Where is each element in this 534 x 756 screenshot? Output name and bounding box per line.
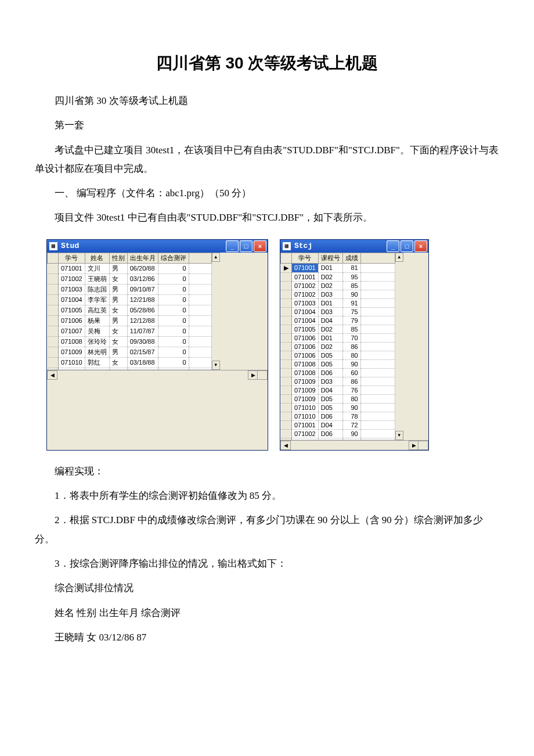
cell[interactable]: 75: [342, 307, 360, 316]
cell[interactable]: 03/18/88: [127, 357, 158, 368]
cell[interactable]: D03: [318, 290, 342, 298]
cell[interactable]: D06: [318, 412, 342, 420]
cell[interactable]: 0: [158, 347, 189, 357]
cell[interactable]: [360, 272, 395, 281]
column-header[interactable]: 学号: [59, 253, 85, 263]
cell[interactable]: 071009: [59, 347, 85, 357]
cell[interactable]: [360, 394, 395, 403]
maximize-button[interactable]: □: [400, 240, 413, 252]
cell[interactable]: [281, 325, 292, 333]
table-row[interactable]: 071004D0479: [281, 316, 395, 325]
cell[interactable]: [281, 359, 292, 368]
cell[interactable]: 0: [158, 326, 189, 336]
cell[interactable]: D05: [318, 403, 342, 412]
cell[interactable]: 男: [109, 294, 127, 305]
cell[interactable]: [281, 377, 292, 386]
cell[interactable]: [189, 357, 211, 368]
cell[interactable]: D02: [318, 342, 342, 351]
cell[interactable]: D01: [318, 333, 342, 342]
cell[interactable]: 071001: [59, 263, 85, 273]
cell[interactable]: D05: [318, 359, 342, 368]
cell[interactable]: 071001: [292, 420, 319, 429]
table-row[interactable]: 071009D0386: [281, 377, 395, 386]
column-header[interactable]: [48, 253, 59, 263]
cell[interactable]: 071007: [59, 326, 85, 336]
cell[interactable]: [189, 315, 211, 326]
cell[interactable]: 071008: [292, 368, 319, 377]
horizontal-scrollbar[interactable]: ◀ ▶: [280, 440, 428, 450]
cell[interactable]: 陈志国: [85, 284, 109, 294]
scroll-up-icon[interactable]: ▲: [212, 253, 220, 262]
cell[interactable]: [48, 305, 59, 315]
scroll-down-icon[interactable]: ▼: [212, 361, 220, 370]
cell[interactable]: [48, 357, 59, 368]
cell[interactable]: [281, 403, 292, 412]
cell[interactable]: D05: [318, 394, 342, 403]
cell[interactable]: [189, 326, 211, 336]
cell[interactable]: ▶: [281, 263, 292, 272]
cell[interactable]: [360, 281, 395, 290]
cell[interactable]: [360, 325, 395, 333]
cell[interactable]: [281, 368, 292, 377]
cell[interactable]: [281, 342, 292, 351]
cell[interactable]: 071004: [59, 294, 85, 305]
cell[interactable]: 071009: [292, 386, 319, 394]
table-row[interactable]: 071006D0170: [281, 333, 395, 342]
cell[interactable]: 79: [342, 316, 360, 325]
cell[interactable]: 11/07/87: [127, 326, 158, 336]
cell[interactable]: [189, 294, 211, 305]
cell[interactable]: 72: [342, 420, 360, 429]
table-row[interactable]: 071002D0285: [281, 281, 395, 290]
cell[interactable]: [48, 326, 59, 336]
cell[interactable]: 071010: [292, 412, 319, 420]
cell[interactable]: 03/12/86: [127, 273, 158, 284]
table-row[interactable]: 071004D0375: [281, 307, 395, 316]
cell[interactable]: [281, 351, 292, 359]
cell[interactable]: 0: [158, 294, 189, 305]
cell[interactable]: D06: [318, 429, 342, 438]
table-row[interactable]: 071009D0580: [281, 394, 395, 403]
cell[interactable]: 男: [109, 315, 127, 326]
cell[interactable]: D03: [318, 307, 342, 316]
cell[interactable]: 文川: [85, 263, 109, 273]
cell[interactable]: [360, 359, 395, 368]
cell[interactable]: 91: [342, 298, 360, 307]
cell[interactable]: 071002: [292, 290, 319, 298]
cell[interactable]: 0: [158, 263, 189, 273]
scroll-left-icon[interactable]: ◀: [47, 370, 57, 380]
cell[interactable]: 071008: [59, 336, 85, 347]
cell[interactable]: [360, 386, 395, 394]
cell[interactable]: 80: [342, 394, 360, 403]
cell[interactable]: [189, 305, 211, 315]
cell[interactable]: 06/20/88: [127, 263, 158, 273]
column-header[interactable]: [189, 253, 211, 263]
cell[interactable]: [281, 429, 292, 438]
cell[interactable]: 071009: [292, 394, 319, 403]
table-row[interactable]: 071001D0472: [281, 420, 395, 429]
cell[interactable]: [189, 273, 211, 284]
cell[interactable]: [48, 294, 59, 305]
cell[interactable]: D02: [318, 325, 342, 333]
cell[interactable]: [281, 412, 292, 420]
cell[interactable]: [281, 290, 292, 298]
cell[interactable]: 071009: [292, 377, 319, 386]
table-row[interactable]: 071002D0690: [281, 429, 395, 438]
cell[interactable]: [360, 342, 395, 351]
cell[interactable]: D05: [318, 351, 342, 359]
column-header[interactable]: 姓名: [85, 253, 109, 263]
cell[interactable]: [48, 315, 59, 326]
cell[interactable]: D04: [318, 316, 342, 325]
cell[interactable]: 071001: [292, 272, 319, 281]
cell[interactable]: 90: [342, 359, 360, 368]
cell[interactable]: 杨果: [85, 315, 109, 326]
cell[interactable]: [189, 263, 211, 273]
table-row[interactable]: 071002王晓萌女03/12/860: [48, 273, 212, 284]
cell[interactable]: 林光明: [85, 347, 109, 357]
cell[interactable]: [360, 377, 395, 386]
cell[interactable]: 80: [342, 351, 360, 359]
cell[interactable]: D02: [318, 272, 342, 281]
cell[interactable]: 071008: [292, 359, 319, 368]
cell[interactable]: 071005: [59, 305, 85, 315]
cell[interactable]: 071006: [292, 333, 319, 342]
maximize-button[interactable]: □: [240, 240, 252, 252]
